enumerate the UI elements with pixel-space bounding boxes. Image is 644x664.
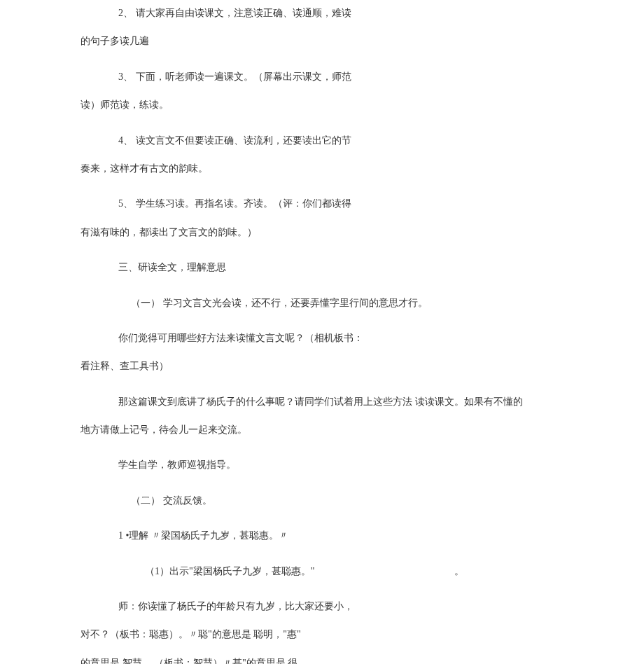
subsection-2: （二） 交流反馈。 [131,493,564,509]
paragraph-3-line2: 读）师范读，练读。 [80,97,564,113]
section-3-heading: 三、研读全文，理解意思 [118,260,564,275]
paragraph-2-line1: 2、 请大家再自由读课文，注意读正确、读通顺，难读 [80,6,564,21]
paragraph-5-line2: 有滋有味的，都读出了文言文的韵味。） [80,225,564,240]
paragraph-methods-line2: 看注释、查工具书） [80,359,564,374]
paragraph-4-line2: 奏来，这样才有古文的韵味。 [80,161,564,177]
paragraph-2-line2: 的句子多读几遍 [80,34,564,49]
item-1-1-dot: 。 [454,566,464,576]
paragraph-5-line1: 5、 学生练习读。再指名读。齐读。（评：你们都读得 [80,196,564,212]
paragraph-4-line1: 4、 读文言文不但要读正确、读流利，还要读出它的节 [80,133,564,148]
paragraph-task-line2: 地方请做上记号，待会儿一起来交流。 [80,422,564,438]
paragraph-methods-line1: 你们觉得可用哪些好方法来读懂文言文呢？（相机板书： [118,331,564,346]
item-1-understand: 1 •理解 〃梁国杨氏子九岁，甚聪惠。〃 [118,528,564,544]
paragraph-task-line1: 那这篇课文到底讲了杨氏子的什么事呢？请同学们试着用上这些方法 读读课文。如果有不… [118,394,564,410]
subsection-1: （一） 学习文言文光会读，还不行，还要弄懂字里行间的意思才行。 [131,296,564,311]
paragraph-selfstudy: 学生自学，教师巡视指导。 [118,457,564,473]
teacher-line1: 师：你读懂了杨氏子的年龄只有九岁，比大家还要小， [118,599,564,614]
teacher-line3: 的意思是 智慧。 （板书：智慧）〃甚"的意思是 很。 [80,656,564,664]
paragraph-3-line1: 3、 下面，听老师读一遍课文。（屏幕出示课文，师范 [80,69,564,85]
teacher-line2: 对不？（板书：聪惠）。〃聪"的意思是 聪明，"惠" [80,627,564,642]
item-1-1-display: （1）出示"梁国杨氏子九岁，甚聪惠。" [145,566,314,576]
